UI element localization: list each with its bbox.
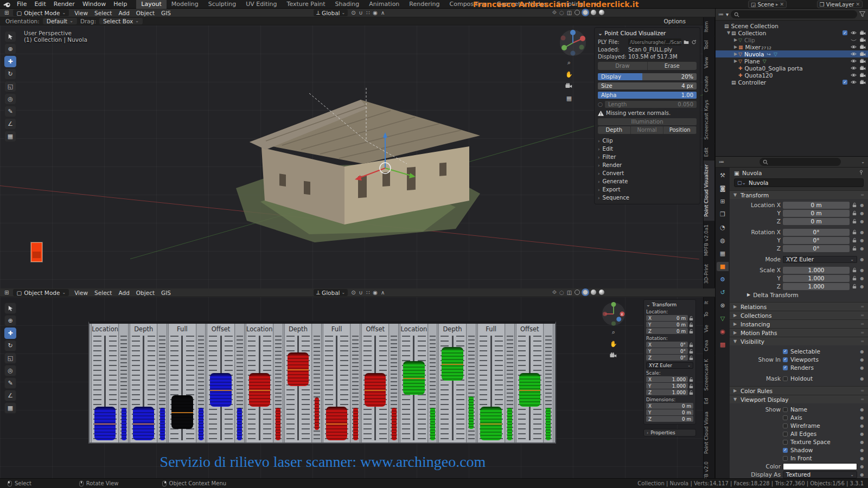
properties-tab-collection[interactable]: ▦	[717, 249, 729, 258]
tool-select-box[interactable]	[4, 303, 16, 314]
color-swatch[interactable]	[783, 463, 857, 470]
pivot-point-icon[interactable]: ⊙	[351, 290, 355, 296]
sidebar-tab-vie[interactable]: Vie	[704, 321, 715, 336]
menu-window[interactable]: Window	[79, 0, 110, 9]
mixer-fader[interactable]	[442, 347, 463, 381]
snapping-icon[interactable]: ∷	[366, 10, 369, 16]
animate-dot-icon[interactable]: ●	[859, 238, 865, 243]
expand-arrow-icon[interactable]: ▶	[733, 59, 738, 63]
tool-annotate[interactable]: ✎	[4, 106, 16, 117]
animate-dot-icon[interactable]: ●	[859, 284, 865, 289]
display-mode-icon[interactable]: ▾	[726, 11, 729, 17]
mixer-trim-column[interactable]	[351, 324, 360, 442]
checkbox-shadow[interactable]: ✓	[783, 448, 788, 453]
orientation-global-dropdown[interactable]: ⟂Global⌄	[314, 9, 348, 16]
pcv-slider-display[interactable]: Display20%	[598, 73, 697, 80]
animate-dot-icon[interactable]: ●	[859, 432, 865, 436]
prop-field-y[interactable]: 0 m	[783, 210, 850, 217]
overlays-toggle-icon[interactable]: ◌	[559, 10, 564, 16]
properties-tab-physics[interactable]: ↺	[717, 288, 729, 297]
properties-tab-world[interactable]: ◍	[717, 236, 729, 245]
render-visibility-icon[interactable]	[860, 52, 866, 56]
menu-edit[interactable]: Edit	[30, 0, 49, 9]
prop-field-y[interactable]: 0°	[783, 237, 850, 244]
tool-select-box[interactable]	[4, 31, 16, 42]
mixer-fader[interactable]	[210, 373, 231, 407]
snap-magnet-icon[interactable]: ∪	[359, 290, 363, 296]
workspace-tab-layout[interactable]: Layout	[136, 0, 166, 9]
tool-add-cube[interactable]: ▦	[4, 402, 16, 414]
gizmo-toggle-icon[interactable]: ⟐	[552, 9, 557, 16]
lock-icon[interactable]	[689, 349, 693, 354]
sidebar-tab-point-cloud-visualizer[interactable]: Point Cloud Visualizer	[704, 160, 715, 221]
menu-file[interactable]: File	[13, 0, 30, 9]
viewport-top-canvas[interactable]: User Perspective (1) Collection | Nuvola…	[0, 25, 703, 288]
panel-header-relations[interactable]: ▶Relations≡	[730, 302, 868, 311]
viewport-bottom-canvas[interactable]: LocationDepthFullOffsetLocationDepthFull…	[0, 297, 703, 478]
workspace-tab-modeling[interactable]: Modeling	[167, 0, 203, 9]
checkbox-selectable[interactable]: ✓	[783, 349, 788, 354]
menu-render[interactable]: Render	[50, 0, 79, 9]
mixer-fader[interactable]	[403, 361, 424, 395]
checkbox-viewports[interactable]: ✓	[783, 357, 788, 362]
properties-options-icon[interactable]: ⌄	[861, 159, 865, 164]
shading-wireframe-icon[interactable]	[575, 10, 580, 15]
camera-view-icon[interactable]	[565, 83, 572, 90]
editor-type-icon[interactable]: ≔	[718, 11, 724, 17]
animate-dot-icon[interactable]: ●	[859, 357, 865, 362]
mixer-fader[interactable]	[94, 407, 116, 440]
zoom-icon[interactable]: ⌕	[567, 59, 571, 66]
animate-dot-icon[interactable]: ●	[859, 456, 865, 461]
tool-cursor-3d[interactable]: ⊕	[4, 43, 16, 55]
checkbox-in-front[interactable]	[783, 456, 788, 461]
properties-search-input[interactable]	[760, 158, 841, 166]
properties-tab-modifiers[interactable]: ⚙	[717, 275, 729, 284]
prop-field-y[interactable]: 1.000	[783, 275, 850, 282]
mixer-trim-fader[interactable]	[546, 408, 551, 440]
mixer-trim-column[interactable]	[429, 324, 438, 442]
lock-icon[interactable]	[689, 377, 693, 382]
viewlayer-selector[interactable]: ❒ ViewLayer ✕	[817, 1, 863, 8]
mixer-trim-fader[interactable]	[160, 408, 165, 440]
viewport-menu-view[interactable]: View	[71, 9, 91, 17]
blender-logo-icon[interactable]	[3, 2, 11, 7]
filter-funnel-icon[interactable]	[859, 11, 865, 18]
subpanel-delta-transform[interactable]: ▶Delta Transform	[733, 291, 865, 299]
prop-field-z[interactable]: 1.000	[783, 283, 850, 290]
sidebar-tab-edit[interactable]: Edit	[704, 144, 715, 160]
checkbox-all-edges[interactable]	[783, 432, 788, 436]
mixer-channel-depth[interactable]: Depth	[438, 324, 466, 442]
animate-dot-icon[interactable]: ●	[859, 407, 865, 412]
pcv-slider-length[interactable]: Length0.050	[605, 101, 697, 108]
snap-magnet-icon[interactable]: ∪	[359, 10, 363, 16]
transform-field-scale-x[interactable]: X1.000	[646, 376, 688, 382]
workspace-tab-shading[interactable]: Shading	[330, 0, 365, 9]
sidebar-tab-item[interactable]: Item	[704, 17, 715, 36]
open-file-icon[interactable]	[684, 40, 689, 44]
render-visibility-icon[interactable]	[860, 30, 866, 35]
properties-tab-output[interactable]: ⊞	[717, 197, 729, 206]
outliner-row-collection[interactable]: ▼▤Collection✓	[716, 29, 868, 36]
mixer-fader[interactable]	[326, 407, 347, 440]
editor-type-icon[interactable]: ⊞	[2, 290, 11, 296]
sidebar-tab-mpfb-v2-0a1[interactable]: MPFB v2.0a1	[704, 221, 715, 260]
animate-dot-icon[interactable]: ●	[859, 276, 865, 281]
mixer-trim-column[interactable]	[197, 324, 206, 442]
lock-icon[interactable]	[689, 329, 693, 334]
falloff-icon[interactable]: ∧	[381, 10, 385, 16]
mixer-trim-fader[interactable]	[430, 408, 435, 440]
mixer-trim-column[interactable]	[312, 324, 322, 442]
checkbox-icon[interactable]: ✓	[843, 30, 847, 35]
eye-visibility-icon[interactable]	[851, 44, 857, 49]
properties-collapsed-panel[interactable]: › Properties	[643, 429, 696, 436]
workspace-tab-animation[interactable]: Animation	[364, 0, 404, 9]
panel-header-instancing[interactable]: ▶Instancing≡	[730, 319, 868, 328]
mixer-channel-full[interactable]: Full	[168, 324, 196, 442]
mixer-fader[interactable]	[249, 373, 270, 407]
animate-dot-icon[interactable]: ●	[859, 203, 865, 208]
eye-visibility-icon[interactable]	[851, 80, 857, 85]
sidebar-tab-screencast-keys[interactable]: Screencast Keys	[704, 96, 715, 144]
properties-tab-material[interactable]: ◉	[717, 327, 729, 336]
checkbox-icon[interactable]: ✓	[843, 80, 847, 85]
snapping-icon[interactable]: ∷	[366, 290, 369, 296]
